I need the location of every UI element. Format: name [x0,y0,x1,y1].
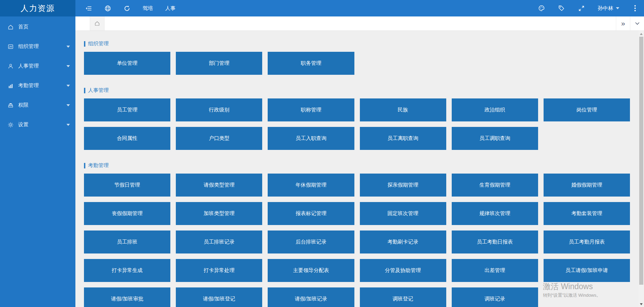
top-navbar: 驾培 人事 孙中林 [75,0,644,16]
module-button[interactable]: 节假日管理 [84,174,170,197]
module-button[interactable]: 出差管理 [452,259,538,282]
module-button[interactable]: 生育假期管理 [452,174,538,197]
globe-icon[interactable] [104,5,111,12]
chevron-down-icon [66,104,70,106]
sidebar-menu: 首页 组织管理 人事管理 考勤管理 [0,16,75,134]
section-header: 组织管理 [84,40,630,47]
main-content: 组织管理 单位管理 部门管理 职务管理 人事管理 员工管理 行政级别 职称管理 … [75,31,639,307]
module-button[interactable]: 部门管理 [176,52,262,75]
sidebar-item-permission[interactable]: 权限 [0,95,75,115]
sidebar-item-home[interactable]: 首页 [0,17,75,37]
module-button[interactable]: 主要领导分配表 [268,259,354,282]
organization-icon [8,44,14,50]
section-grid: 节假日管理 请假类型管理 年休假期管理 探亲假期管理 生育假期管理 婚假假期管理… [84,174,630,307]
module-button[interactable]: 职务管理 [268,52,354,75]
module-button[interactable]: 行政级别 [176,98,262,121]
sections: 组织管理 单位管理 部门管理 职务管理 人事管理 员工管理 行政级别 职称管理 … [84,40,630,307]
app-window: 人力资源 首页 组织管理 人事管理 [0,0,644,307]
navbar-menu-renshi[interactable]: 人事 [165,5,175,12]
module-button[interactable]: 后台排班记录 [268,231,354,253]
navbar-left-group: 驾培 人事 [75,5,175,12]
chevron-down-icon [66,46,70,48]
module-button[interactable]: 请假/加班记录 [268,287,354,307]
module-button[interactable]: 员工排班记录 [176,231,262,253]
module-section: 人事管理 员工管理 行政级别 职称管理 民族 政治组织 岗位管理 合同属性 户口… [84,87,630,150]
module-button[interactable]: 请假/加班登记 [176,287,262,307]
scroll-up-arrow-icon[interactable] [640,33,643,35]
module-button[interactable]: 单位管理 [84,52,170,75]
kebab-menu-icon[interactable] [632,4,638,12]
module-button[interactable]: 加班类型管理 [176,202,262,225]
section-accent-bar [84,88,85,93]
section-title: 组织管理 [88,40,109,47]
module-button[interactable]: 调班登记 [360,287,446,307]
module-button[interactable]: 员工调职查询 [452,127,538,150]
module-button[interactable]: 丧假假期管理 [84,202,170,225]
module-button[interactable]: 请假/加班审批 [84,287,170,307]
scroll-down-arrow-icon[interactable] [640,303,643,305]
module-button[interactable]: 规律班次管理 [452,202,538,225]
refresh-icon[interactable] [123,5,130,12]
sidebar: 人力资源 首页 组织管理 人事管理 [0,0,75,307]
module-button[interactable]: 年休假期管理 [268,174,354,197]
module-button[interactable]: 员工考勤月报表 [544,231,630,253]
section-header: 人事管理 [84,87,630,94]
home-tab-icon [94,21,100,26]
module-button[interactable]: 报表标记管理 [268,202,354,225]
module-button[interactable]: 探亲假期管理 [360,174,446,197]
more-tabs-button[interactable]: » [616,16,630,31]
sidebar-item-settings[interactable]: 设置 [0,115,75,134]
module-button[interactable]: 职称管理 [268,98,354,121]
module-button[interactable]: 民族 [360,98,446,121]
module-button[interactable]: 考勤套装管理 [544,202,630,225]
module-button[interactable]: 分管及协助管理 [360,259,446,282]
module-button[interactable]: 打卡异常处理 [176,259,262,282]
module-button[interactable]: 婚假假期管理 [544,174,630,197]
module-button[interactable]: 调班记录 [452,287,538,307]
app-title: 人力资源 [0,0,75,16]
navbar-menu-jiapei[interactable]: 驾培 [143,5,153,12]
module-button[interactable]: 考勤刷卡记录 [360,231,446,253]
module-button[interactable]: 户口类型 [176,127,262,150]
tab-actions-dropdown-button[interactable] [630,16,644,31]
section-title: 考勤管理 [88,162,109,169]
module-button[interactable]: 政治组织 [452,98,538,121]
attendance-icon [8,83,14,89]
sidebar-item-personnel[interactable]: 人事管理 [0,56,75,76]
user-chevron-down-icon [616,7,619,9]
collapse-sidebar-icon[interactable] [85,5,92,12]
home-icon [8,24,14,30]
module-button[interactable]: 员工入职查询 [268,127,354,150]
module-button[interactable]: 固定班次管理 [360,202,446,225]
sidebar-item-label: 组织管理 [18,43,66,50]
module-button[interactable]: 岗位管理 [544,98,630,121]
section-header: 考勤管理 [84,162,630,169]
section-accent-bar [84,41,85,47]
module-button[interactable]: 员工请假/加班申请 [544,259,630,282]
sidebar-item-attendance[interactable]: 考勤管理 [0,76,75,95]
sidebar-item-label: 考勤管理 [18,82,66,89]
module-button[interactable]: 请假类型管理 [176,174,262,197]
user-menu[interactable]: 孙中林 [598,5,619,12]
navbar-right-group: 孙中林 [538,4,644,12]
module-button[interactable]: 合同属性 [84,127,170,150]
sidebar-item-label: 权限 [18,102,66,108]
scrollbar-thumb[interactable] [639,37,643,285]
module-button[interactable]: 打卡异常生成 [84,259,170,282]
module-button[interactable]: 员工离职查询 [360,127,446,150]
tab-bar: » [75,16,644,31]
chevron-down-icon [66,124,70,126]
sidebar-item-label: 首页 [18,24,70,30]
fullscreen-icon[interactable] [578,5,585,12]
module-button[interactable]: 员工排班 [84,231,170,253]
palette-icon[interactable] [538,5,545,12]
module-button[interactable]: 员工考勤日报表 [452,231,538,253]
sidebar-item-label: 设置 [18,121,66,128]
tab-home[interactable] [90,16,105,31]
chevron-down-icon [66,65,70,67]
user-name: 孙中林 [598,5,613,12]
vertical-scrollbar[interactable] [639,31,644,307]
module-button[interactable]: 员工管理 [84,98,170,121]
tag-icon[interactable] [558,5,565,12]
sidebar-item-organization[interactable]: 组织管理 [0,37,75,56]
